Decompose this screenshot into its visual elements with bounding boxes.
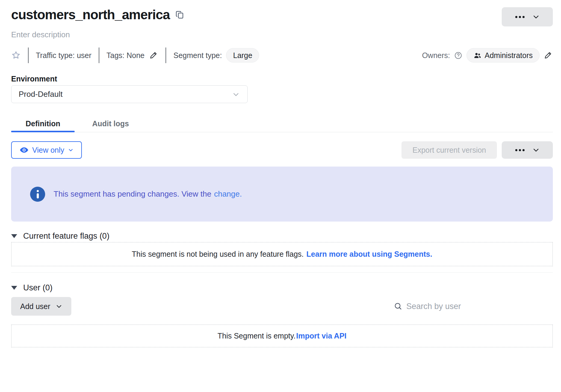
chevron-down-icon xyxy=(232,90,240,99)
header-more-menu-button[interactable] xyxy=(502,7,553,26)
environment-label: Environment xyxy=(11,75,553,84)
chevron-down-icon xyxy=(532,13,540,20)
people-icon xyxy=(473,51,482,60)
chevron-down-icon xyxy=(68,147,73,153)
meta-divider xyxy=(166,47,166,63)
banner-message: This segment has pending changes. View t… xyxy=(54,189,211,198)
help-icon[interactable] xyxy=(454,51,462,60)
view-only-button[interactable]: View only xyxy=(11,141,82,159)
collapse-triangle-icon xyxy=(11,286,17,290)
segment-type-label: Segment type: xyxy=(173,51,222,60)
eye-icon xyxy=(20,145,29,155)
edit-pencil-icon[interactable] xyxy=(149,51,158,60)
segment-detail-page: customers_north_america Enter descriptio… xyxy=(0,0,561,392)
feature-flags-empty-state: This segment is not being used in any fe… xyxy=(11,242,553,266)
view-change-link[interactable]: change. xyxy=(214,189,242,198)
header: customers_north_america xyxy=(11,7,553,26)
segment-empty-state: This Segment is empty. Import via API xyxy=(11,324,553,348)
environment-select[interactable]: Prod-Default xyxy=(11,85,248,103)
segment-type-badge: Large xyxy=(226,48,259,63)
meta-divider xyxy=(28,47,29,63)
user-section-header[interactable]: User (0) xyxy=(11,283,553,293)
tab-bar: Definition Audit logs xyxy=(11,115,553,132)
segment-empty-text: This Segment is empty. xyxy=(218,332,296,340)
more-ellipsis-icon xyxy=(515,16,525,18)
user-search xyxy=(394,302,553,311)
feature-flags-empty-text: This segment is not being used in any fe… xyxy=(132,250,304,259)
user-section-title: User (0) xyxy=(23,283,53,292)
search-icon xyxy=(394,302,403,311)
more-ellipsis-icon xyxy=(515,149,525,151)
chevron-down-icon xyxy=(532,146,540,154)
description-field[interactable]: Enter description xyxy=(11,30,553,39)
info-icon xyxy=(30,187,45,202)
owners-label: Owners: xyxy=(422,51,450,60)
add-user-label: Add user xyxy=(20,302,50,311)
search-by-user-input[interactable] xyxy=(406,302,553,311)
tab-definition[interactable]: Definition xyxy=(11,115,75,132)
chevron-down-icon xyxy=(56,303,62,310)
feature-flags-title: Current feature flags (0) xyxy=(23,231,110,241)
tags-label: Tags: None xyxy=(107,51,144,60)
collapse-triangle-icon xyxy=(11,234,17,238)
star-icon[interactable] xyxy=(11,51,21,60)
meta-row: Traffic type: user Tags: None Segment ty… xyxy=(11,47,553,64)
view-only-label: View only xyxy=(32,146,64,155)
tab-audit-logs[interactable]: Audit logs xyxy=(78,115,143,132)
feature-flags-section-header[interactable]: Current feature flags (0) xyxy=(11,231,553,241)
user-actions-row: Add user xyxy=(11,297,553,316)
edit-pencil-icon[interactable] xyxy=(544,51,553,60)
environment-selected-value: Prod-Default xyxy=(19,90,63,99)
import-via-api-link[interactable]: Import via API xyxy=(296,332,346,340)
meta-divider xyxy=(99,47,99,63)
toolbar: View only Export current version xyxy=(11,141,553,159)
export-current-version-button[interactable]: Export current version xyxy=(401,141,497,159)
section-divider xyxy=(11,272,553,273)
owners-value: Administrators xyxy=(485,51,533,60)
add-user-button[interactable]: Add user xyxy=(11,297,71,316)
learn-more-link[interactable]: Learn more about using Segments. xyxy=(306,250,432,259)
toolbar-more-menu-button[interactable] xyxy=(502,141,553,159)
owners-badge[interactable]: Administrators xyxy=(466,48,540,63)
page-title: customers_north_america xyxy=(11,7,170,23)
copy-icon[interactable] xyxy=(175,10,184,19)
pending-changes-banner: This segment has pending changes. View t… xyxy=(11,167,553,222)
traffic-type-label: Traffic type: user xyxy=(36,51,91,60)
